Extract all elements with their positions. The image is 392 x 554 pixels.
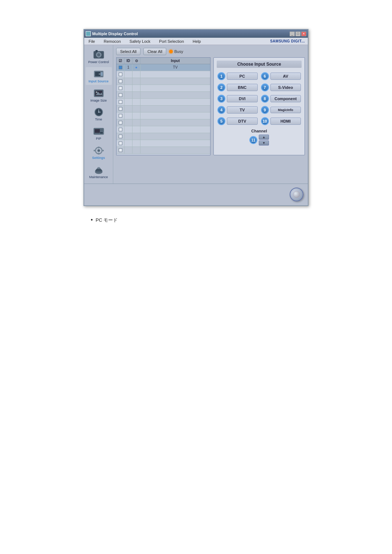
- menu-port-selection[interactable]: Port Selection: [158, 38, 185, 44]
- channel-arrows: ▲ ▼: [259, 135, 269, 145]
- input-num-6: 6: [261, 72, 269, 80]
- component-button[interactable]: Component: [270, 95, 301, 102]
- busy-dot: [169, 50, 173, 53]
- table-wrapper: ☑ ID ⊙ Input 1 ● TV: [116, 57, 305, 181]
- input-pc-btn[interactable]: 1 PC: [217, 71, 258, 81]
- row-input: [140, 126, 210, 133]
- dtv-button[interactable]: DTV: [227, 118, 258, 125]
- input-num-1: 1: [217, 72, 225, 80]
- sidebar-item-image-size[interactable]: Image Size: [86, 86, 112, 104]
- sidebar-label-pip: PIP: [96, 137, 101, 141]
- input-av-btn[interactable]: 6 AV: [260, 71, 302, 81]
- channel-up-button[interactable]: ▲: [259, 135, 269, 140]
- row-check[interactable]: [117, 112, 124, 119]
- pc-button[interactable]: PC: [227, 73, 258, 80]
- input-dvi-btn[interactable]: 3 DVI: [217, 94, 258, 103]
- table-row[interactable]: [117, 106, 210, 112]
- sidebar-item-settings[interactable]: Settings: [86, 144, 112, 161]
- input-magicinfo-btn[interactable]: 9 MagicInfo: [260, 105, 302, 115]
- menu-safety-lock[interactable]: Safety Lock: [128, 38, 152, 44]
- row-status: [132, 147, 140, 153]
- menu-remocon[interactable]: Remocon: [102, 38, 122, 44]
- input-dtv-btn[interactable]: 5 DTV: [217, 116, 258, 126]
- tv-button[interactable]: TV: [227, 106, 258, 114]
- input-svideo-btn[interactable]: 7 S-Video: [260, 83, 302, 92]
- sidebar-label-power-control: Power Control: [88, 60, 109, 64]
- menu-file[interactable]: File: [87, 38, 97, 44]
- row-id: [124, 71, 132, 78]
- table-row[interactable]: [117, 99, 210, 106]
- row-id: [124, 106, 132, 112]
- row-input: [140, 140, 210, 147]
- select-all-button[interactable]: Select All: [116, 48, 140, 55]
- row-check[interactable]: [117, 126, 124, 133]
- magicinfo-button[interactable]: MagicInfo: [270, 107, 301, 113]
- hdmi-button[interactable]: HDMI: [270, 118, 301, 125]
- close-button[interactable]: ✕: [301, 32, 306, 36]
- sidebar-item-time[interactable]: Time: [86, 105, 112, 123]
- row-id: 1: [124, 64, 132, 71]
- titlebar-left: Multiple Display Control: [86, 31, 138, 36]
- note-area: • PC モード: [83, 217, 309, 223]
- sidebar-item-power-control[interactable]: Power Control: [86, 48, 112, 66]
- input-component-btn[interactable]: 8 Component: [260, 94, 302, 103]
- row-status: ●: [132, 64, 140, 71]
- device-table: ☑ ID ⊙ Input 1 ● TV: [116, 57, 211, 155]
- row-check[interactable]: [117, 92, 124, 98]
- row-check[interactable]: [117, 99, 124, 105]
- svideo-button[interactable]: S-Video: [270, 84, 301, 91]
- input-bnc-btn[interactable]: 2 BNC: [217, 83, 258, 92]
- row-check[interactable]: [117, 140, 124, 147]
- input-num-4: 4: [217, 106, 225, 114]
- input-hdmi-btn[interactable]: 10 HDMI: [260, 116, 302, 126]
- table-row[interactable]: [117, 85, 210, 92]
- dvi-button[interactable]: DVI: [227, 95, 258, 102]
- row-check[interactable]: [117, 64, 124, 71]
- titlebar-app-icon: [86, 31, 91, 36]
- table-row[interactable]: [117, 133, 210, 140]
- clear-all-button[interactable]: Clear All: [143, 48, 166, 55]
- channel-down-button[interactable]: ▼: [259, 140, 269, 145]
- row-id: [124, 112, 132, 119]
- table-row[interactable]: 1 ● TV: [117, 64, 210, 71]
- table-row[interactable]: [117, 92, 210, 99]
- sidebar-item-input-source[interactable]: Input Source: [86, 67, 112, 85]
- table-row[interactable]: [117, 147, 210, 154]
- maximize-button[interactable]: □: [295, 32, 301, 36]
- input-tv-btn[interactable]: 4 TV: [217, 105, 258, 115]
- row-check[interactable]: [117, 133, 124, 140]
- minimize-button[interactable]: _: [290, 32, 295, 36]
- sidebar-item-maintenance[interactable]: Maintenance: [86, 163, 112, 181]
- row-check[interactable]: [117, 78, 124, 85]
- row-check[interactable]: [117, 119, 124, 126]
- table-row[interactable]: [117, 112, 210, 119]
- sidebar-label-image-size: Image Size: [90, 99, 107, 103]
- input-num-3: 3: [217, 95, 225, 103]
- bnc-button[interactable]: BNC: [227, 84, 258, 91]
- row-check[interactable]: [117, 147, 124, 153]
- col-header-status: ⊙: [132, 58, 140, 64]
- sidebar-item-pip[interactable]: PIP: [86, 124, 112, 142]
- table-row[interactable]: [117, 126, 210, 133]
- table-row[interactable]: [117, 78, 210, 85]
- table-row[interactable]: [117, 71, 210, 78]
- channel-number-circle: 11: [249, 136, 257, 144]
- samsung-logo: SAMSUNG DIGIT...: [270, 39, 305, 43]
- apply-button[interactable]: [290, 188, 303, 201]
- input-num-5: 5: [217, 117, 225, 125]
- row-id: [124, 78, 132, 85]
- table-row[interactable]: [117, 119, 210, 126]
- table-row[interactable]: [117, 140, 210, 147]
- svg-rect-23: [98, 147, 99, 148]
- row-status: [132, 78, 140, 85]
- row-input: [140, 106, 210, 112]
- row-check[interactable]: [117, 71, 124, 78]
- col-header-check: ☑: [117, 58, 124, 64]
- row-check[interactable]: [117, 106, 124, 112]
- row-input: [140, 147, 210, 153]
- content-area: Power Control Input Source: [84, 45, 308, 184]
- row-status: [132, 92, 140, 98]
- av-button[interactable]: AV: [270, 73, 301, 80]
- menu-help[interactable]: Help: [191, 38, 203, 44]
- row-check[interactable]: [117, 85, 124, 91]
